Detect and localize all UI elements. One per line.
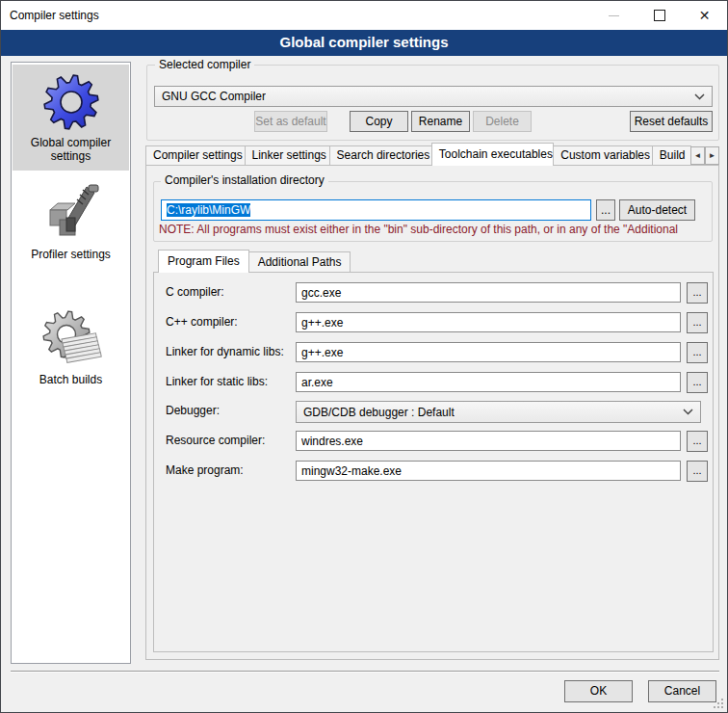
subtab-additional-paths[interactable]: Additional Paths xyxy=(248,251,351,272)
copy-button[interactable]: Copy xyxy=(350,111,408,132)
titlebar: Compiler settings ✕ xyxy=(1,1,727,30)
program-tabs: Program Files Additional Paths xyxy=(158,249,350,272)
titlebar-buttons: ✕ xyxy=(591,1,727,30)
field-label: Linker for dynamic libs: xyxy=(166,345,284,358)
reset-defaults-button[interactable]: Reset defaults xyxy=(630,111,713,132)
dynamic-linker-input[interactable] xyxy=(296,342,681,362)
group-label: Selected compiler xyxy=(155,58,254,71)
subtab-program-files[interactable]: Program Files xyxy=(158,250,249,273)
browse-dynamic-linker-button[interactable]: ... xyxy=(687,342,708,363)
browse-static-linker-button[interactable]: ... xyxy=(687,372,708,393)
tab-custom-variables[interactable]: Custom variables xyxy=(553,145,653,165)
settings-tabs: Compiler settings Linker settings Search… xyxy=(145,143,719,165)
compiler-settings-window: Compiler settings ✕ Global compiler sett… xyxy=(0,0,728,713)
auto-detect-button[interactable]: Auto-detect xyxy=(619,199,695,221)
cancel-button[interactable]: Cancel xyxy=(648,680,716,702)
selected-compiler-group: Selected compiler GNU GCC Compiler Set a… xyxy=(146,65,719,141)
rename-button[interactable]: Rename xyxy=(411,111,470,132)
field-label: Resource compiler: xyxy=(166,434,265,447)
chevron-down-icon xyxy=(694,93,705,100)
group-label: Compiler's installation directory xyxy=(161,173,328,187)
tab-scroll-right-button[interactable]: ► xyxy=(705,146,719,165)
maximize-button[interactable] xyxy=(637,1,682,30)
field-row-dynamic-linker: Linker for dynamic libs: ... xyxy=(154,342,713,365)
delete-button[interactable]: Delete xyxy=(473,111,532,132)
resource-compiler-input[interactable] xyxy=(296,431,681,451)
sidebar-item-label: Batch builds xyxy=(13,373,129,386)
browse-directory-button[interactable]: ... xyxy=(596,199,615,221)
sidebar-item-label: Global compiler settings xyxy=(13,136,129,163)
installation-directory-input[interactable]: C:\raylib\MinGW xyxy=(161,199,591,221)
debugger-select[interactable]: GDB/CDB debugger : Default xyxy=(296,401,701,423)
field-row-cpp-compiler: C++ compiler: ... xyxy=(154,312,713,335)
compiler-select-value: GNU GCC Compiler xyxy=(162,90,266,103)
sidebar-item-global-compiler-settings[interactable]: Global compiler settings xyxy=(13,65,129,171)
field-row-resource-compiler: Resource compiler: ... xyxy=(154,431,713,454)
browse-cpp-compiler-button[interactable]: ... xyxy=(687,312,708,333)
field-row-debugger: Debugger: GDB/CDB debugger : Default xyxy=(154,401,713,424)
browse-resource-compiler-button[interactable]: ... xyxy=(687,431,708,452)
sidebar-item-batch-builds[interactable]: Batch builds xyxy=(13,302,129,394)
field-label: Linker for static libs: xyxy=(166,375,268,388)
field-label: Make program: xyxy=(166,463,244,477)
browse-c-compiler-button[interactable]: ... xyxy=(687,282,708,304)
static-linker-input[interactable] xyxy=(296,372,681,392)
tab-build-options[interactable]: Build xyxy=(652,145,691,165)
resize-grip[interactable] xyxy=(721,706,723,708)
field-row-static-linker: Linker for static libs: ... xyxy=(154,372,713,395)
selected-path-text: C:\raylib\MinGW xyxy=(167,203,250,217)
sidebar-item-profiler-settings[interactable]: Profiler settings xyxy=(13,176,129,269)
field-label: C compiler: xyxy=(166,285,224,299)
program-files-panel: C compiler: ... C++ compiler: ... Linker… xyxy=(153,272,714,652)
sidebar-item-label: Profiler settings xyxy=(13,248,129,261)
ok-button[interactable]: OK xyxy=(564,680,633,702)
tab-linker-settings[interactable]: Linker settings xyxy=(245,145,330,165)
make-program-input[interactable] xyxy=(296,461,681,481)
settings-category-list: Global compiler settings Profiler settin… xyxy=(11,62,131,664)
maximize-icon xyxy=(654,10,665,21)
close-icon: ✕ xyxy=(699,9,711,22)
tab-search-directories[interactable]: Search directories xyxy=(329,145,432,165)
blue-gear-icon xyxy=(40,71,102,133)
caliper-icon xyxy=(40,183,102,245)
field-row-make-program: Make program: ... xyxy=(154,461,713,484)
gear-stack-icon xyxy=(40,308,102,370)
close-button[interactable]: ✕ xyxy=(682,1,727,30)
chevron-down-icon xyxy=(683,409,693,415)
minimize-icon xyxy=(609,15,619,16)
toolchain-executables-panel: Compiler's installation directory C:\ray… xyxy=(145,165,719,660)
field-label: C++ compiler: xyxy=(166,315,238,329)
c-compiler-input[interactable] xyxy=(296,282,681,303)
tab-compiler-settings[interactable]: Compiler settings xyxy=(145,145,246,165)
window-title: Compiler settings xyxy=(10,9,99,22)
cpp-compiler-input[interactable] xyxy=(296,312,681,332)
debugger-select-value: GDB/CDB debugger : Default xyxy=(303,406,455,419)
minimize-button[interactable] xyxy=(591,1,637,30)
browse-make-program-button[interactable]: ... xyxy=(687,461,708,482)
tab-toolchain-executables[interactable]: Toolchain executables xyxy=(431,143,554,166)
field-label: Debugger: xyxy=(166,404,220,417)
field-row-c-compiler: C compiler: ... xyxy=(154,282,713,305)
page-title: Global compiler settings xyxy=(1,30,727,56)
set-as-default-button[interactable]: Set as default xyxy=(254,111,327,132)
tab-scroll-left-button[interactable]: ◄ xyxy=(690,146,705,165)
footer-divider xyxy=(11,671,719,673)
compiler-select[interactable]: GNU GCC Compiler xyxy=(154,86,713,107)
bin-subdirectory-note: NOTE: All programs must exist either in … xyxy=(159,223,717,236)
